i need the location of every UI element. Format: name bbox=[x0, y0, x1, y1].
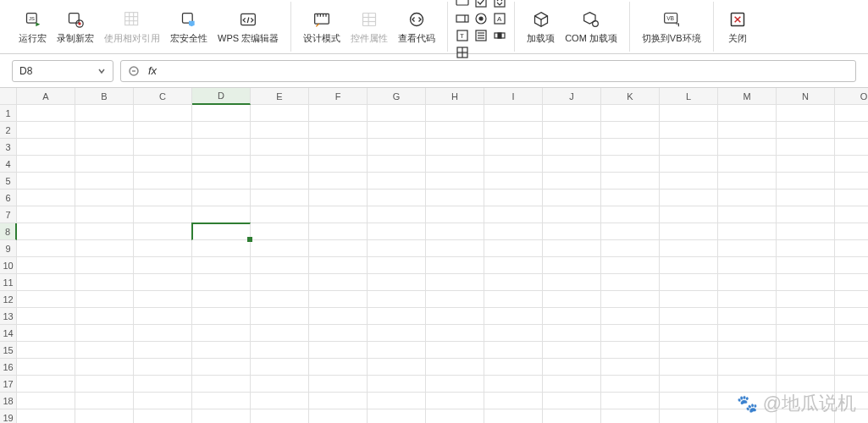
cell[interactable] bbox=[192, 409, 251, 423]
cell[interactable] bbox=[543, 257, 601, 274]
more-controls-icon[interactable] bbox=[455, 45, 470, 60]
cell[interactable] bbox=[543, 393, 601, 409]
cell[interactable] bbox=[601, 156, 660, 173]
cell[interactable] bbox=[251, 257, 309, 274]
cell[interactable] bbox=[75, 393, 134, 409]
cell[interactable] bbox=[192, 223, 251, 240]
cell[interactable] bbox=[543, 359, 601, 376]
cell[interactable] bbox=[601, 240, 660, 257]
cell[interactable] bbox=[368, 139, 426, 156]
cell[interactable] bbox=[309, 342, 368, 359]
cell[interactable] bbox=[134, 190, 192, 206]
cell[interactable] bbox=[134, 223, 192, 240]
cell[interactable] bbox=[251, 206, 309, 223]
record-new-macro-button[interactable]: 录制新宏 bbox=[52, 7, 99, 47]
cell[interactable] bbox=[718, 257, 777, 274]
row-header[interactable]: 2 bbox=[0, 122, 17, 139]
cell[interactable] bbox=[134, 291, 192, 308]
cell[interactable] bbox=[777, 190, 835, 206]
cell[interactable] bbox=[484, 359, 543, 376]
cell[interactable] bbox=[251, 173, 309, 190]
cell[interactable] bbox=[75, 257, 134, 274]
cell[interactable] bbox=[660, 409, 718, 423]
cell[interactable] bbox=[484, 190, 543, 206]
cell[interactable] bbox=[777, 274, 835, 291]
cell[interactable] bbox=[835, 105, 868, 122]
listbox-control-icon[interactable] bbox=[473, 28, 489, 43]
cell[interactable] bbox=[543, 173, 601, 190]
row-header[interactable]: 8 bbox=[0, 223, 17, 240]
cell[interactable] bbox=[484, 139, 543, 156]
cell[interactable] bbox=[543, 342, 601, 359]
cell[interactable] bbox=[368, 190, 426, 206]
cell[interactable] bbox=[718, 308, 777, 325]
cell[interactable] bbox=[660, 240, 718, 257]
cell[interactable] bbox=[601, 359, 660, 376]
cell[interactable] bbox=[601, 342, 660, 359]
row-header[interactable]: 10 bbox=[0, 257, 17, 274]
cell[interactable] bbox=[718, 223, 777, 240]
cell[interactable] bbox=[777, 173, 835, 190]
cell[interactable] bbox=[309, 376, 368, 393]
cell[interactable] bbox=[134, 409, 192, 423]
cell[interactable] bbox=[192, 122, 251, 139]
cell[interactable] bbox=[368, 156, 426, 173]
cell[interactable] bbox=[309, 274, 368, 291]
cell[interactable] bbox=[484, 409, 543, 423]
cancel-formula-icon[interactable] bbox=[128, 65, 140, 77]
cell[interactable] bbox=[777, 139, 835, 156]
cell[interactable] bbox=[251, 156, 309, 173]
cell[interactable] bbox=[660, 156, 718, 173]
cell[interactable] bbox=[75, 291, 134, 308]
cell[interactable] bbox=[601, 393, 660, 409]
cell[interactable] bbox=[835, 173, 868, 190]
cell[interactable] bbox=[660, 206, 718, 223]
cell[interactable] bbox=[543, 240, 601, 257]
cell[interactable] bbox=[543, 190, 601, 206]
checkbox-control-icon[interactable] bbox=[473, 0, 489, 9]
row-header[interactable]: 4 bbox=[0, 156, 17, 173]
view-code-button[interactable]: 查看代码 bbox=[393, 7, 440, 47]
cell[interactable] bbox=[484, 376, 543, 393]
cell[interactable] bbox=[251, 376, 309, 393]
cell[interactable] bbox=[484, 308, 543, 325]
cell[interactable] bbox=[75, 190, 134, 206]
row-header[interactable]: 17 bbox=[0, 376, 17, 393]
cell[interactable] bbox=[484, 206, 543, 223]
cell[interactable] bbox=[192, 206, 251, 223]
cell[interactable] bbox=[192, 274, 251, 291]
cell[interactable] bbox=[777, 325, 835, 342]
cell[interactable] bbox=[368, 257, 426, 274]
cell[interactable] bbox=[368, 223, 426, 240]
cell[interactable] bbox=[192, 173, 251, 190]
cell[interactable] bbox=[660, 223, 718, 240]
cell[interactable] bbox=[543, 308, 601, 325]
cell[interactable] bbox=[192, 376, 251, 393]
cell[interactable] bbox=[309, 139, 368, 156]
cell[interactable] bbox=[777, 291, 835, 308]
cell[interactable] bbox=[426, 240, 484, 257]
combobox-control-icon[interactable] bbox=[455, 11, 470, 26]
row-header[interactable]: 15 bbox=[0, 342, 17, 359]
cell[interactable] bbox=[426, 139, 484, 156]
cell[interactable] bbox=[134, 308, 192, 325]
cell[interactable] bbox=[543, 409, 601, 423]
control-gallery[interactable]: A T bbox=[455, 0, 507, 60]
cell[interactable] bbox=[835, 122, 868, 139]
spinner-control-icon[interactable] bbox=[492, 0, 507, 9]
cell[interactable] bbox=[251, 409, 309, 423]
cell[interactable] bbox=[251, 291, 309, 308]
cell[interactable] bbox=[17, 206, 75, 223]
cell[interactable] bbox=[484, 105, 543, 122]
cell[interactable] bbox=[251, 308, 309, 325]
cell[interactable] bbox=[192, 240, 251, 257]
cell[interactable] bbox=[601, 105, 660, 122]
cell[interactable] bbox=[309, 359, 368, 376]
cell[interactable] bbox=[543, 376, 601, 393]
cell[interactable] bbox=[251, 139, 309, 156]
com-addins-button[interactable]: COM 加载项 bbox=[560, 7, 622, 47]
cell[interactable] bbox=[192, 156, 251, 173]
row-header[interactable]: 14 bbox=[0, 325, 17, 342]
cell[interactable] bbox=[543, 274, 601, 291]
switch-vb-button[interactable]: VB 切换到VB环境 bbox=[637, 7, 706, 47]
